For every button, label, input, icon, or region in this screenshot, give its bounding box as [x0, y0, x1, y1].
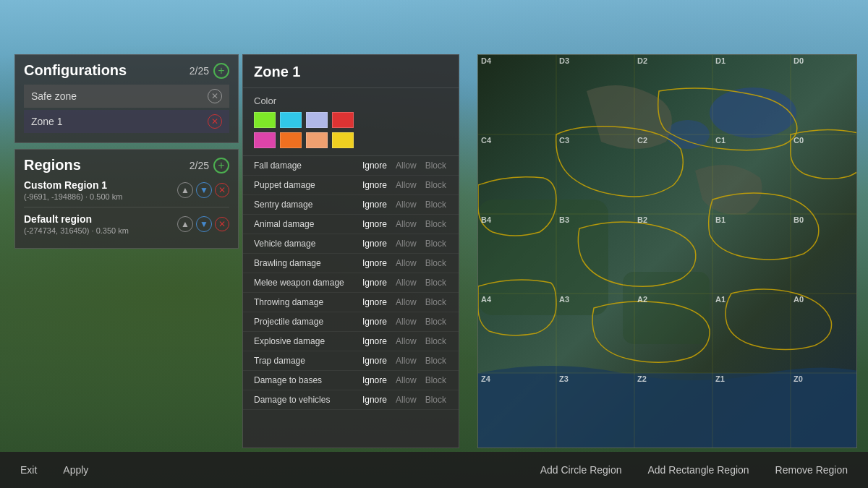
- damage-row-6: Melee weapon damageIgnoreAllowBlock: [243, 273, 459, 293]
- damage-opt-8-ignore[interactable]: Ignore: [361, 316, 388, 328]
- svg-text:B4: B4: [481, 215, 492, 224]
- damage-opt-6-block[interactable]: Block: [424, 277, 448, 288]
- remove-safezone-button[interactable]: ✕: [208, 89, 222, 103]
- remove-region-button[interactable]: Remove Region: [770, 461, 854, 479]
- remove-zone1-button[interactable]: ✕: [208, 114, 222, 129]
- damage-opt-12-block[interactable]: Block: [424, 394, 448, 406]
- config-item-zone1[interactable]: Zone 1 ✕: [24, 110, 229, 133]
- color-swatch-5[interactable]: [280, 132, 302, 148]
- damage-opt-7-allow[interactable]: Allow: [394, 296, 418, 308]
- damage-opt-8-block[interactable]: Block: [424, 316, 448, 328]
- add-configuration-button[interactable]: +: [213, 63, 229, 79]
- configurations-section: Configurations 2/25 + Safe zone ✕ Zone 1…: [14, 54, 239, 143]
- damage-table[interactable]: Fall damageIgnoreAllowBlockPuppet damage…: [243, 156, 459, 448]
- damage-opt-9-ignore[interactable]: Ignore: [361, 335, 388, 347]
- add-region-button[interactable]: +: [213, 158, 229, 174]
- damage-opt-7-block[interactable]: Block: [424, 296, 448, 308]
- damage-options-10: IgnoreAllowBlock: [361, 355, 448, 367]
- region-default-down-button[interactable]: ▼: [196, 216, 212, 232]
- damage-opt-5-block[interactable]: Block: [424, 257, 448, 269]
- color-swatch-7[interactable]: [332, 132, 354, 148]
- color-swatch-2[interactable]: [306, 112, 328, 128]
- damage-opt-0-block[interactable]: Block: [424, 160, 448, 171]
- color-swatch-4[interactable]: [254, 132, 276, 148]
- region-default-name: Default region: [24, 213, 129, 225]
- region-default-remove-button[interactable]: ✕: [215, 217, 229, 231]
- region-item-default-header: Default region (-274734, 316450) · 0.350…: [24, 213, 229, 235]
- configurations-count-add: 2/25 +: [190, 63, 229, 79]
- damage-options-4: IgnoreAllowBlock: [361, 238, 448, 249]
- svg-text:D0: D0: [793, 56, 804, 65]
- damage-opt-2-ignore[interactable]: Ignore: [361, 199, 388, 210]
- add-circle-region-button[interactable]: Add Circle Region: [535, 461, 628, 479]
- damage-opt-1-allow[interactable]: Allow: [394, 179, 418, 191]
- damage-opt-3-block[interactable]: Block: [424, 218, 448, 230]
- regions-header: Regions 2/25 +: [24, 157, 229, 174]
- damage-opt-6-allow[interactable]: Allow: [394, 277, 418, 288]
- damage-opt-11-block[interactable]: Block: [424, 374, 448, 386]
- zone-panel-header: Zone 1: [243, 55, 459, 88]
- damage-opt-4-allow[interactable]: Allow: [394, 238, 418, 249]
- color-swatch-3[interactable]: [332, 112, 354, 128]
- damage-opt-0-allow[interactable]: Allow: [394, 160, 418, 171]
- damage-name-4: Vehicle damage: [254, 239, 361, 249]
- region-default-coords: (-274734, 316450) · 0.350 km: [24, 226, 129, 235]
- damage-opt-4-ignore[interactable]: Ignore: [361, 238, 388, 249]
- damage-opt-0-ignore[interactable]: Ignore: [361, 160, 388, 171]
- damage-opt-7-ignore[interactable]: Ignore: [361, 296, 388, 308]
- damage-opt-8-allow[interactable]: Allow: [394, 316, 418, 328]
- map-area[interactable]: D4 D3 D2 D1 D0 C4 C3 C2 C1 C0 B4 B3 B2 B…: [477, 54, 857, 448]
- svg-text:A0: A0: [793, 295, 804, 304]
- svg-text:A3: A3: [559, 295, 569, 304]
- damage-name-2: Sentry damage: [254, 200, 361, 210]
- svg-text:C4: C4: [481, 136, 492, 145]
- damage-row-10: Trap damageIgnoreAllowBlock: [243, 351, 459, 371]
- damage-row-0: Fall damageIgnoreAllowBlock: [243, 156, 459, 176]
- damage-opt-11-allow[interactable]: Allow: [394, 374, 418, 386]
- color-swatch-0[interactable]: [254, 112, 276, 128]
- damage-opt-2-allow[interactable]: Allow: [394, 199, 418, 210]
- color-swatches: [254, 112, 448, 148]
- damage-opt-5-ignore[interactable]: Ignore: [361, 257, 388, 269]
- apply-button[interactable]: Apply: [57, 461, 94, 479]
- damage-opt-1-ignore[interactable]: Ignore: [361, 179, 388, 191]
- exit-button[interactable]: Exit: [14, 461, 43, 479]
- config-item-safezone[interactable]: Safe zone ✕: [24, 85, 229, 108]
- region-default-up-button[interactable]: ▲: [177, 216, 193, 232]
- damage-opt-3-allow[interactable]: Allow: [394, 218, 418, 230]
- region-custom-down-button[interactable]: ▼: [196, 182, 212, 198]
- damage-options-9: IgnoreAllowBlock: [361, 335, 448, 347]
- damage-opt-3-ignore[interactable]: Ignore: [361, 218, 388, 230]
- region-item-custom: Custom Region 1 (-9691, -194886) · 0.500…: [24, 179, 229, 207]
- damage-opt-9-block[interactable]: Block: [424, 335, 448, 347]
- damage-opt-10-ignore[interactable]: Ignore: [361, 355, 388, 367]
- damage-opt-2-block[interactable]: Block: [424, 199, 448, 210]
- svg-text:Z2: Z2: [637, 374, 647, 383]
- svg-text:A2: A2: [637, 295, 647, 304]
- damage-opt-1-block[interactable]: Block: [424, 179, 448, 191]
- damage-opt-12-allow[interactable]: Allow: [394, 394, 418, 406]
- damage-name-10: Trap damage: [254, 356, 361, 366]
- damage-row-4: Vehicle damageIgnoreAllowBlock: [243, 234, 459, 254]
- map-svg: D4 D3 D2 D1 D0 C4 C3 C2 C1 C0 B4 B3 B2 B…: [478, 55, 856, 448]
- damage-opt-4-block[interactable]: Block: [424, 238, 448, 249]
- damage-opt-6-ignore[interactable]: Ignore: [361, 277, 388, 288]
- damage-options-11: IgnoreAllowBlock: [361, 374, 448, 386]
- add-rectangle-region-button[interactable]: Add Rectangle Region: [642, 461, 755, 479]
- damage-opt-12-ignore[interactable]: Ignore: [361, 394, 388, 406]
- damage-name-3: Animal damage: [254, 219, 361, 229]
- bottom-right-actions: Add Circle Region Add Rectangle Region R…: [535, 461, 854, 479]
- damage-opt-11-ignore[interactable]: Ignore: [361, 374, 388, 386]
- damage-opt-9-allow[interactable]: Allow: [394, 335, 418, 347]
- damage-opt-10-block[interactable]: Block: [424, 355, 448, 367]
- color-swatch-1[interactable]: [280, 112, 302, 128]
- damage-opt-10-allow[interactable]: Allow: [394, 355, 418, 367]
- region-custom-remove-button[interactable]: ✕: [215, 183, 229, 197]
- damage-opt-5-allow[interactable]: Allow: [394, 257, 418, 269]
- damage-options-1: IgnoreAllowBlock: [361, 179, 448, 191]
- svg-text:D2: D2: [637, 56, 647, 65]
- damage-row-11: Damage to basesIgnoreAllowBlock: [243, 371, 459, 390]
- left-panel: Configurations 2/25 + Safe zone ✕ Zone 1…: [14, 54, 239, 448]
- region-custom-up-button[interactable]: ▲: [177, 182, 193, 198]
- color-swatch-6[interactable]: [306, 132, 328, 148]
